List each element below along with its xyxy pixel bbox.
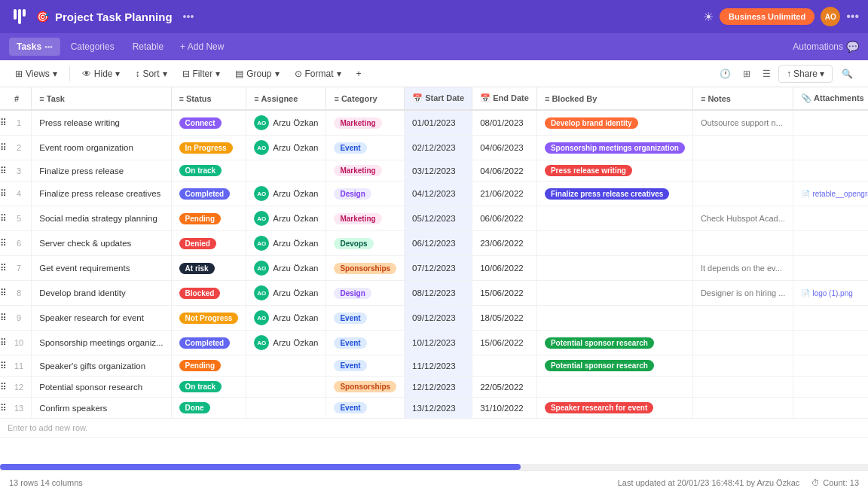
task-name-cell[interactable]: Finalize press release — [32, 160, 171, 181]
notes-cell[interactable] — [692, 331, 793, 355]
views-button[interactable]: ⊞ Views ▾ — [9, 66, 63, 82]
status-cell[interactable]: Connect — [171, 110, 246, 136]
task-name-cell[interactable]: Speaker research for event — [32, 306, 171, 331]
business-unlimited-button[interactable]: Business Unlimited — [720, 8, 815, 25]
blocked-by-cell[interactable] — [536, 281, 692, 306]
project-dots[interactable]: ••• — [179, 9, 199, 24]
drag-handle[interactable]: ⠿ — [0, 206, 7, 231]
drag-handle[interactable]: ⠿ — [0, 231, 7, 256]
task-name-cell[interactable]: Develop brand identity — [32, 281, 171, 306]
blocked-by-cell[interactable]: Press release writing — [536, 160, 692, 181]
task-col-header[interactable]: ≡ Task — [32, 87, 171, 110]
start-date-cell[interactable]: 10/12/2023 — [405, 331, 472, 355]
history-icon[interactable]: 🕐 — [715, 66, 735, 82]
sun-icon[interactable]: ☀ — [703, 10, 714, 24]
status-cell[interactable]: Completed — [171, 331, 246, 355]
category-cell[interactable]: Event — [326, 398, 405, 419]
task-name-cell[interactable]: Social media strategy planning — [32, 206, 171, 231]
end-date-cell[interactable]: 15/06/2022 — [472, 281, 537, 306]
attachments-col-header[interactable]: 📎 Attachments — [793, 87, 868, 110]
tab-categories[interactable]: Categories — [63, 38, 122, 56]
view-toggle-icon[interactable]: ⊞ — [738, 66, 755, 82]
assignee-cell[interactable] — [246, 398, 326, 419]
status-col-header[interactable]: ≡ Status — [171, 87, 246, 110]
attachments-cell[interactable] — [793, 136, 868, 160]
format-button[interactable]: ⊙ Format ▾ — [289, 66, 347, 82]
hide-button[interactable]: 👁 Hide ▾ — [76, 66, 127, 82]
notes-col-header[interactable]: ≡ Notes — [692, 87, 793, 110]
assignee-cell[interactable]: AOArzu Özkan — [246, 110, 326, 136]
assignee-cell[interactable]: AOArzu Özkan — [246, 231, 326, 256]
filter-button[interactable]: ⊟ Filter ▾ — [176, 66, 227, 82]
automations-button[interactable]: Automations — [793, 41, 843, 52]
status-cell[interactable]: Completed — [171, 181, 246, 206]
search-icon[interactable]: 🔍 — [836, 66, 859, 82]
end-date-cell[interactable]: 23/06/2022 — [472, 231, 537, 256]
start-date-cell[interactable]: 11/12/2023 — [405, 355, 472, 377]
task-name-cell[interactable]: Press release writing — [32, 110, 171, 136]
task-name-cell[interactable]: Confirm speakers — [32, 398, 171, 419]
end-date-cell[interactable]: 04/06/2023 — [472, 136, 537, 160]
blocked-by-cell[interactable]: Develop brand identity — [536, 110, 692, 136]
more-options-icon[interactable]: ••• — [846, 10, 859, 23]
drag-handle[interactable]: ⠿ — [0, 160, 7, 181]
blocked-by-cell[interactable] — [536, 206, 692, 231]
notes-cell[interactable] — [692, 160, 793, 181]
drag-handle[interactable]: ⠿ — [0, 355, 7, 377]
status-cell[interactable]: Blocked — [171, 281, 246, 306]
horizontal-scrollbar[interactable] — [0, 464, 868, 470]
drag-handle[interactable]: ⠿ — [0, 331, 7, 355]
start-date-cell[interactable]: 04/12/2023 — [405, 181, 472, 206]
category-cell[interactable]: Event — [326, 331, 405, 355]
attachments-cell[interactable] — [793, 256, 868, 281]
assignee-cell[interactable] — [246, 377, 326, 398]
status-cell[interactable]: Pending — [171, 355, 246, 377]
start-date-cell[interactable]: 07/12/2023 — [405, 256, 472, 281]
blocked-by-cell[interactable] — [536, 231, 692, 256]
category-col-header[interactable]: ≡ Category — [326, 87, 405, 110]
category-cell[interactable]: Sponsorships — [326, 377, 405, 398]
add-column-button[interactable]: + — [350, 66, 368, 82]
notes-cell[interactable] — [692, 355, 793, 377]
share-button[interactable]: ↑ Share ▾ — [778, 65, 833, 83]
end-date-cell[interactable]: 10/06/2022 — [472, 256, 537, 281]
assignee-cell[interactable]: AOArzu Özkan — [246, 331, 326, 355]
task-name-cell[interactable]: Get event requirements — [32, 256, 171, 281]
scrollbar-thumb[interactable] — [0, 464, 521, 470]
assignee-cell[interactable]: AOArzu Özkan — [246, 256, 326, 281]
task-name-cell[interactable]: Event room organization — [32, 136, 171, 160]
assignee-col-header[interactable]: ≡ Assignee — [246, 87, 326, 110]
blocked-by-cell[interactable]: Sponsorship meetings organization — [536, 136, 692, 160]
notes-cell[interactable] — [692, 377, 793, 398]
end-date-cell[interactable]: 18/05/2022 — [472, 306, 537, 331]
status-cell[interactable]: Denied — [171, 231, 246, 256]
category-cell[interactable]: Design — [326, 281, 405, 306]
notes-cell[interactable]: Outsource support n... — [692, 110, 793, 136]
status-cell[interactable]: On track — [171, 160, 246, 181]
start-date-cell[interactable]: 09/12/2023 — [405, 306, 472, 331]
start-date-cell[interactable]: 13/12/2023 — [405, 398, 472, 419]
drag-handle[interactable]: ⠿ — [0, 256, 7, 281]
start-date-cell[interactable]: 03/12/2023 — [405, 160, 472, 181]
category-cell[interactable]: Marketing — [326, 110, 405, 136]
end-date-cell[interactable]: 21/06/2022 — [472, 181, 537, 206]
status-cell[interactable]: Pending — [171, 206, 246, 231]
notes-cell[interactable] — [692, 231, 793, 256]
attachments-cell[interactable] — [793, 355, 868, 377]
end-date-col-header[interactable]: 📅 End Date — [472, 87, 537, 110]
drag-handle[interactable]: ⠿ — [0, 398, 7, 419]
drag-handle[interactable]: ⠿ — [0, 377, 7, 398]
attachments-cell[interactable] — [793, 160, 868, 181]
task-name-cell[interactable]: Potential sponsor research — [32, 377, 171, 398]
drag-handle[interactable]: ⠿ — [0, 306, 7, 331]
end-date-cell[interactable]: 22/05/2022 — [472, 377, 537, 398]
end-date-cell[interactable]: 15/06/2022 — [472, 331, 537, 355]
group-button[interactable]: ▤ Group ▾ — [229, 66, 285, 82]
attachments-cell[interactable] — [793, 331, 868, 355]
blocked-by-cell[interactable]: Speaker research for event — [536, 398, 692, 419]
assignee-cell[interactable]: AOArzu Özkan — [246, 181, 326, 206]
start-date-cell[interactable]: 02/12/2023 — [405, 136, 472, 160]
status-cell[interactable]: In Progress — [171, 136, 246, 160]
notes-cell[interactable]: Check Hubspot Acad... — [692, 206, 793, 231]
chat-icon[interactable]: 💬 — [846, 41, 859, 53]
